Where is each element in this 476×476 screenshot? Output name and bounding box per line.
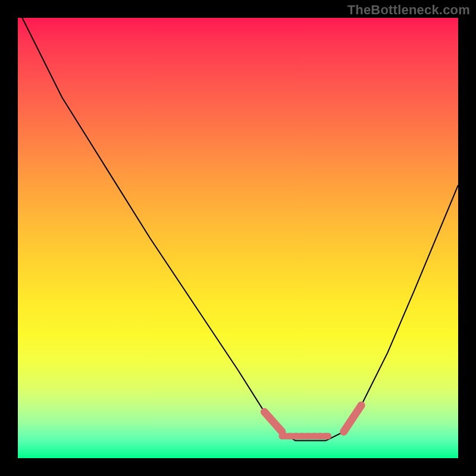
chart-container: TheBottleneck.com [0,0,476,476]
bottleneck-curve-right [326,185,458,440]
bottleneck-curve-left [22,18,326,440]
tolerance-beads [264,405,361,436]
curves-svg [18,18,458,458]
watermark-text: TheBottleneck.com [347,2,470,18]
plot-area [18,18,458,458]
tolerance-bead [344,405,362,431]
tolerance-bead [264,412,282,431]
